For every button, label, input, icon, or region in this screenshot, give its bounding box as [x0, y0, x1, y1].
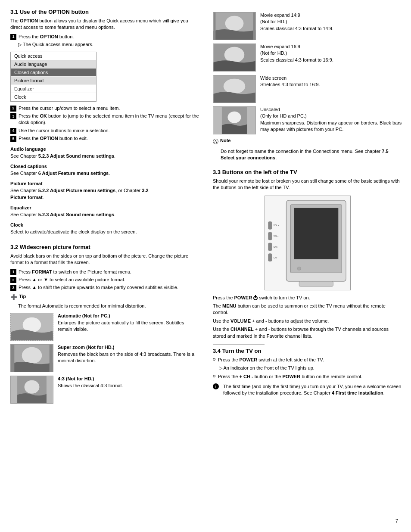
- power-switch-text: Press the POWER switch to turn the TV on…: [213, 295, 402, 301]
- thumbnail-super-zoom: [10, 344, 53, 372]
- section-3-2-title: 3.2 Widescreen picture format: [10, 244, 200, 250]
- menu-item-audio: Audio language: [11, 60, 96, 68]
- step-list-3-1: 1 Press the OPTION button. The Quick acc…: [10, 34, 200, 48]
- menu-item-captions: Closed captions: [11, 68, 96, 77]
- step-5: 5 Press the OPTION button to exit.: [10, 135, 200, 142]
- menu-item-equalizer: Equalizer: [11, 85, 96, 93]
- svg-text:VOL-: VOL-: [274, 235, 279, 237]
- format-4-3-desc: 4:3 (Not for HD.) Shows the classical 4:…: [58, 376, 200, 389]
- info-note-text: The first time (and only the first time)…: [223, 383, 402, 397]
- format-super-zoom-desc: Super zoom (Not for HD.) Removes the bla…: [58, 344, 200, 364]
- subsection-audio-text: See Chapter 5.2.3 Adjust Sound menu sett…: [10, 153, 200, 159]
- section-3-3-intro: Should your remote be lost or broken you…: [213, 178, 402, 191]
- format-4-3: 4:3 (Not for HD.) Shows the classical 4:…: [10, 376, 200, 404]
- step-1: 1 Press the OPTION button.: [10, 34, 200, 40]
- turn-on-item-1: Press the POWER switch at the left side …: [213, 357, 402, 363]
- format-14-9: Movie expand 14:9 (Not for HD.) Scales c…: [213, 12, 402, 40]
- section-3-1-intro: The OPTION button allows you to display …: [10, 18, 200, 31]
- svg-point-9: [25, 380, 40, 394]
- step-3-2-1: 1 Press FORMAT to switch on the Picture …: [10, 269, 200, 275]
- subsection-picture-text: See Chapter 5.2.2 Adjust Picture menu se…: [10, 187, 200, 201]
- format-wide-desc: Wide screen Stretches 4:3 format to 16:9…: [260, 75, 402, 88]
- section-3-1-title: 3.1 Use of the OPTION button: [10, 9, 200, 15]
- thumbnail-4-3: [10, 376, 53, 404]
- section-3-4: 3.4 Turn the TV on Press the POWER switc…: [213, 345, 402, 398]
- svg-rect-5: [11, 345, 15, 372]
- info-icon: i: [213, 383, 219, 389]
- step-num-1: 1: [10, 34, 16, 40]
- right-column: Movie expand 14:9 (Not for HD.) Scales c…: [209, 9, 402, 523]
- section-3-2: 3.2 Widescreen picture format Avoid blac…: [10, 241, 200, 404]
- channel-text: Use the CHANNEL + and - buttons to brows…: [213, 326, 402, 339]
- thumbnail-16-9: [213, 44, 256, 72]
- subsection-equalizer-title: Equalizer: [10, 205, 200, 210]
- left-column: 3.1 Use of the OPTION button The OPTION …: [10, 9, 209, 523]
- tip-label: Tip: [19, 294, 26, 299]
- svg-rect-6: [50, 345, 53, 372]
- svg-rect-24: [268, 221, 272, 229]
- step-list-3-1-cont: 2 Press the cursor up/down to select a m…: [10, 105, 200, 142]
- svg-rect-25: [268, 232, 272, 240]
- step-list-3-2: 1 Press FORMAT to switch on the Picture …: [10, 269, 200, 291]
- thumbnail-wide: [213, 75, 256, 103]
- section-3-4-title: 3.4 Turn the TV on: [213, 348, 402, 354]
- note-box: Ⓐ Note: [213, 138, 402, 146]
- menu-header: Quick access: [11, 52, 96, 60]
- format-16-9: Movie expand 16:9 (Not for HD.) Scales c…: [213, 44, 402, 72]
- format-unscaled-desc: Unscaled (Only for HD and PC.) Maximum s…: [260, 106, 402, 133]
- step-1-sub: The Quick access menu appears.: [10, 41, 200, 48]
- subsection-captions-title: Closed captions: [10, 164, 200, 169]
- thumbnail-automatic: [10, 313, 53, 341]
- svg-rect-12: [214, 12, 216, 40]
- note-label: Note: [220, 138, 230, 143]
- svg-rect-26: [268, 243, 272, 251]
- svg-point-17: [224, 79, 245, 94]
- format-automatic: Automatic (Not for PC.) Enlarges the pic…: [10, 313, 200, 341]
- turn-on-list: Press the POWER switch at the left side …: [213, 357, 402, 380]
- volume-text: Use the VOLUME + and - buttons to adjust…: [213, 318, 402, 324]
- divider-3-2: [10, 241, 62, 241]
- format-unscaled: Unscaled (Only for HD and PC.) Maximum s…: [213, 106, 402, 134]
- page-number: 7: [395, 518, 398, 523]
- divider-3-3: [213, 166, 265, 166]
- section-3-3-title: 3.3 Buttons on the left of the TV: [213, 169, 402, 175]
- menu-button-text: The MENU button can be used to summon or…: [213, 303, 402, 316]
- tip-box: ➕ Tip: [10, 294, 200, 300]
- turn-on-sub-1: An indicator on the front of the TV ligh…: [213, 365, 402, 371]
- svg-point-11: [225, 16, 244, 31]
- step-3: 3 Press the OK button to jump to the sel…: [10, 113, 200, 126]
- note-text: Do not forget to name the connection in …: [221, 148, 402, 162]
- subsection-clock-title: Clock: [10, 222, 200, 227]
- format-wide: Wide screen Stretches 4:3 format to 16:9…: [213, 75, 402, 103]
- subsection-audio-title: Audio language: [10, 146, 200, 152]
- svg-rect-23: [294, 208, 338, 259]
- svg-text:VOL+: VOL+: [274, 224, 279, 227]
- tv-side-image: VOL+ VOL- CH+ CH-: [265, 196, 351, 290]
- section-3-3: 3.3 Buttons on the left of the TV Should…: [213, 166, 402, 339]
- menu-item-clock: Clock: [11, 93, 96, 101]
- thumbnail-14-9: [213, 12, 256, 40]
- svg-rect-29: [299, 281, 333, 286]
- svg-text:CH-: CH-: [274, 256, 277, 258]
- svg-text:CH+: CH+: [274, 246, 278, 248]
- svg-rect-27: [268, 253, 272, 261]
- tip-text: The format Automatic is recommended for …: [18, 303, 200, 309]
- step-3-2-2: 2 Press ▲ or ▼ to select an available pi…: [10, 277, 200, 283]
- step-2: 2 Press the cursor up/down to select a m…: [10, 105, 200, 112]
- step-4: 4 Use the cursor buttons to make a selec…: [10, 128, 200, 134]
- turn-on-item-2: Press the + CH - button or the POWER but…: [213, 373, 402, 380]
- info-note: i The first time (and only the first tim…: [213, 383, 402, 398]
- format-super-zoom: Super zoom (Not for HD.) Removes the bla…: [10, 344, 200, 372]
- format-14-9-desc: Movie expand 14:9 (Not for HD.) Scales c…: [260, 12, 402, 32]
- subsection-clock-text: Select to activate/deactivate the clock …: [10, 229, 200, 235]
- bullet-2: [213, 375, 215, 377]
- svg-rect-13: [253, 12, 255, 40]
- format-automatic-desc: Automatic (Not for PC.) Enlarges the pic…: [58, 313, 200, 333]
- subsection-picture-title: Picture format: [10, 181, 200, 186]
- quick-access-menu: Quick access Audio language Closed capti…: [10, 52, 97, 102]
- subsection-captions-text: See Chapter 6 Adjust Feature menu settin…: [10, 170, 200, 177]
- note-icon: Ⓐ: [213, 138, 218, 146]
- subsection-equalizer-text: See Chapter 5.2.3 Adjust Sound menu sett…: [10, 212, 200, 218]
- step-3-2-3: 3 Press ▲ to shift the picture upwards t…: [10, 284, 200, 291]
- svg-point-28: [297, 267, 301, 270]
